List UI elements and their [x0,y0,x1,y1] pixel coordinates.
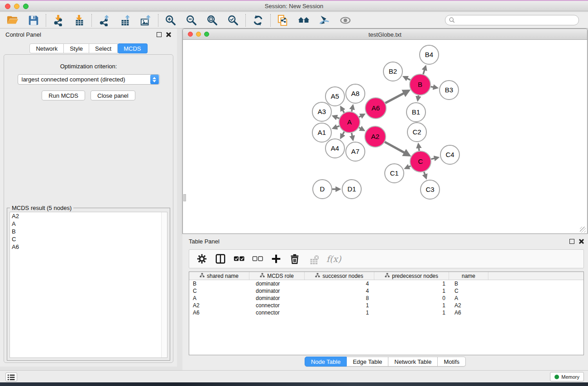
toggle-panel-split-icon[interactable] [215,252,226,266]
column-header-predecessor-nodes[interactable]: predecessor nodes [374,272,449,280]
table-cell[interactable]: 4 [305,281,374,287]
graph-node-A4[interactable]: A4 [325,139,344,158]
table-cell[interactable]: dominator [249,295,305,301]
import-network-icon[interactable] [50,14,67,27]
mcds-result-item[interactable]: A2 [10,212,167,220]
graph-node-A5[interactable]: A5 [325,87,344,106]
graph-edge-B-B2[interactable] [404,77,410,80]
graph-edge-C-C2[interactable] [418,144,419,151]
graph-node-D[interactable]: D [313,180,332,199]
float-table-panel-icon[interactable] [569,239,574,244]
table-cell[interactable]: A6 [189,310,249,316]
table-cell[interactable]: A [189,295,249,301]
table-cell[interactable]: connector [249,302,305,309]
graph-node-C[interactable]: C [410,151,431,172]
table-cell[interactable]: C [189,288,249,294]
graph-node-A7[interactable]: A7 [346,142,365,161]
table-row[interactable]: Bdominator41B [189,280,583,287]
export-image-icon[interactable] [138,14,154,27]
table-cell[interactable]: dominator [249,281,305,287]
graph-node-A1[interactable]: A1 [312,123,331,142]
graph-edge-C-C4[interactable] [431,157,438,159]
mcds-result-list[interactable]: A2ABCA6 [10,212,167,358]
refresh-icon[interactable] [250,14,266,27]
tab-style[interactable]: Style [64,43,89,53]
select-all-icon[interactable] [234,252,244,266]
show-hide-icon[interactable] [337,14,354,27]
mcds-result-item[interactable]: A6 [10,243,167,251]
open-session-icon[interactable] [5,14,21,27]
graph-edge-A-A2[interactable] [359,128,364,130]
import-table-icon[interactable] [71,14,87,27]
deselect-all-icon[interactable] [252,252,263,266]
column-header-shared-name[interactable]: shared name [189,272,249,280]
zoom-in-icon[interactable] [163,14,179,27]
table-cell[interactable]: 1 [305,310,374,316]
table-cell[interactable]: A2 [189,302,249,309]
table-cell[interactable]: B [449,281,488,287]
column-header-successor-nodes[interactable]: successor nodes [305,272,374,280]
graph-edge-A6-B[interactable] [385,91,408,103]
table-cell[interactable]: 1 [374,310,449,316]
node-table[interactable]: shared nameMCDS rolesuccessor nodesprede… [189,272,584,355]
save-session-icon[interactable] [25,14,42,27]
graph-node-C2[interactable]: C2 [407,123,426,142]
close-panel-button[interactable]: Close panel [91,91,135,100]
graph-edge-A-A6[interactable] [359,114,364,117]
home-icon[interactable] [296,14,312,27]
close-table-panel-icon[interactable] [578,238,584,244]
task-history-button[interactable] [5,372,17,381]
run-mcds-button[interactable]: Run MCDS [42,91,85,100]
column-header-MCDS-role[interactable]: MCDS role [249,272,305,280]
table-cell[interactable]: 1 [305,302,374,309]
table-cell[interactable]: A6 [449,310,488,316]
graph-edge-B-B4[interactable] [423,67,425,74]
graph-edge-C-C1[interactable] [406,166,411,168]
table-cell[interactable]: A [449,295,488,301]
export-table-icon[interactable] [117,14,133,27]
graph-edge-C-C3[interactable] [424,172,426,178]
tab-network[interactable]: Network [29,43,64,53]
graph-node-B1[interactable]: B1 [406,103,425,122]
export-network-icon[interactable] [96,14,112,27]
duplicate-network-icon[interactable] [275,14,291,27]
graph-node-C1[interactable]: C1 [385,164,404,183]
graph-node-A8[interactable]: A8 [346,84,365,103]
network-canvas[interactable]: B4B2BB3A5A8A6A3B1AA1C2A2A4A7C4CC1C3DD1 [183,40,587,234]
search-input[interactable] [457,17,575,24]
graph-edge-A-A8[interactable] [352,105,353,111]
network-graph[interactable]: B4B2BB3A5A8A6A3B1AA1C2A2A4A7C4CC1C3DD1 [183,40,587,234]
graph-node-B2[interactable]: B2 [383,62,402,81]
table-cell[interactable]: 0 [374,295,449,301]
tab-network-table[interactable]: Network Table [388,357,438,367]
table-cell[interactable]: 1 [374,302,449,309]
tab-mcds[interactable]: MCDS [118,43,147,53]
table-row[interactable]: Cdominator41C [189,287,583,295]
add-column-icon[interactable] [271,252,282,266]
graph-edge-A-A7[interactable] [352,133,353,140]
graph-edge-B-B1[interactable] [418,95,419,100]
mcds-result-item[interactable]: A [10,220,167,228]
network-window-titlebar[interactable]: testGlobe.txt [183,29,587,40]
optimization-criterion-select[interactable]: largest connected component (directed) [18,74,160,85]
graph-node-B[interactable]: B [410,74,430,95]
table-row[interactable]: Adominator80A [189,295,583,302]
graph-edge-A2-C[interactable] [385,142,409,155]
graph-edge-A-A4[interactable] [341,132,344,138]
tab-select[interactable]: Select [89,43,118,53]
float-panel-icon[interactable] [157,32,162,37]
graph-edge-A-A3[interactable] [333,116,339,119]
graph-edge-A-A1[interactable] [333,126,339,128]
graph-node-C3[interactable]: C3 [421,180,440,199]
graph-node-A3[interactable]: A3 [312,102,331,121]
zoom-selected-icon[interactable] [225,14,241,27]
zoom-fit-icon[interactable] [204,14,220,27]
search-box[interactable] [445,15,579,25]
toggle-graphics-details-icon[interactable] [316,14,333,27]
tab-node-table[interactable]: Node Table [305,357,347,367]
mcds-result-item[interactable]: B [10,228,167,235]
graph-edge-B-B3[interactable] [431,86,437,88]
result-scrollbar[interactable] [161,212,167,357]
table-cell[interactable]: 8 [305,295,374,301]
tab-motifs[interactable]: Motifs [438,357,466,367]
